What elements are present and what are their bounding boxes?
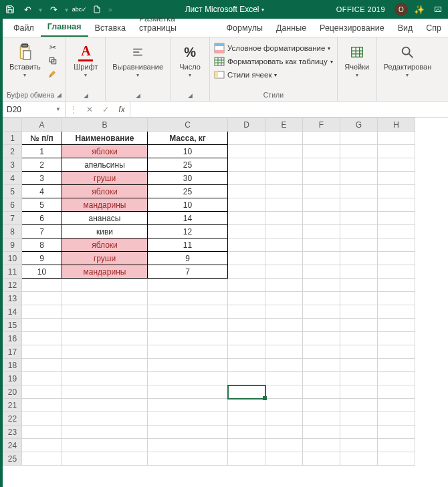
- row-header-11[interactable]: 11: [3, 265, 22, 279]
- cell-G19[interactable]: [340, 372, 378, 385]
- cell-E20[interactable]: [265, 385, 303, 399]
- cell-E4[interactable]: [265, 172, 303, 185]
- cell-B1[interactable]: Наименование: [62, 132, 148, 145]
- cell-D4[interactable]: [228, 172, 265, 185]
- cell-A9[interactable]: 8: [22, 238, 62, 252]
- cell-B24[interactable]: [62, 439, 148, 452]
- cell-F12[interactable]: [303, 279, 340, 292]
- cell-A5[interactable]: 4: [22, 185, 62, 198]
- qat-more-icon[interactable]: »: [107, 6, 114, 13]
- font-button[interactable]: A Шрифт ▾: [70, 41, 101, 79]
- cell-F20[interactable]: [303, 385, 340, 399]
- number-button[interactable]: % Число ▾: [175, 41, 205, 79]
- cell-B5[interactable]: яблоки: [62, 185, 148, 198]
- cell-H24[interactable]: [378, 439, 415, 452]
- column-header-G[interactable]: G: [340, 118, 378, 132]
- cell-G2[interactable]: [340, 145, 378, 158]
- cell-G20[interactable]: [340, 385, 378, 399]
- row-header-21[interactable]: 21: [3, 399, 22, 412]
- cell-D8[interactable]: [228, 225, 265, 238]
- cell-H10[interactable]: [378, 252, 415, 265]
- cell-B15[interactable]: [62, 319, 148, 332]
- column-header-C[interactable]: C: [148, 118, 228, 132]
- cell-F8[interactable]: [303, 225, 340, 238]
- cell-D19[interactable]: [228, 372, 265, 385]
- column-header-H[interactable]: H: [378, 118, 415, 132]
- spellcheck-icon[interactable]: abc✓: [72, 2, 87, 17]
- cell-D20[interactable]: [228, 385, 265, 399]
- cell-F6[interactable]: [303, 198, 340, 212]
- cells-button[interactable]: Ячейки ▾: [342, 41, 372, 79]
- cell-G3[interactable]: [340, 158, 378, 172]
- row-header-22[interactable]: 22: [3, 412, 22, 426]
- row-header-17[interactable]: 17: [3, 345, 22, 359]
- cell-C12[interactable]: [148, 279, 228, 292]
- redo-icon[interactable]: ↷: [46, 2, 61, 17]
- cell-F5[interactable]: [303, 185, 340, 198]
- cell-A21[interactable]: [22, 399, 62, 412]
- tab-formulas[interactable]: Формулы: [220, 19, 269, 37]
- cell-B10[interactable]: груши: [62, 252, 148, 265]
- cell-G24[interactable]: [340, 439, 378, 452]
- cell-D13[interactable]: [228, 292, 265, 305]
- tab-help[interactable]: Спр: [419, 19, 448, 37]
- cell-D2[interactable]: [228, 145, 265, 158]
- cell-C8[interactable]: 12: [148, 225, 228, 238]
- cell-G8[interactable]: [340, 225, 378, 238]
- cell-E24[interactable]: [265, 439, 303, 452]
- cell-C4[interactable]: 30: [148, 172, 228, 185]
- cell-B11[interactable]: мандарины: [62, 265, 148, 279]
- cell-E10[interactable]: [265, 252, 303, 265]
- cell-F14[interactable]: [303, 305, 340, 319]
- cell-H7[interactable]: [378, 212, 415, 225]
- tab-file[interactable]: Файл: [7, 19, 41, 37]
- row-header-6[interactable]: 6: [3, 198, 22, 212]
- cell-H3[interactable]: [378, 158, 415, 172]
- cell-E11[interactable]: [265, 265, 303, 279]
- cell-G1[interactable]: [340, 132, 378, 145]
- cell-F1[interactable]: [303, 132, 340, 145]
- row-header-20[interactable]: 20: [3, 385, 22, 399]
- launcher-icon[interactable]: ◢: [57, 92, 62, 98]
- cell-G16[interactable]: [340, 332, 378, 345]
- cell-D14[interactable]: [228, 305, 265, 319]
- row-header-8[interactable]: 8: [3, 225, 22, 238]
- cell-A16[interactable]: [22, 332, 62, 345]
- cell-F10[interactable]: [303, 252, 340, 265]
- name-box[interactable]: D20 ▼: [3, 102, 66, 117]
- save-icon[interactable]: [3, 2, 17, 17]
- row-header-16[interactable]: 16: [3, 332, 22, 345]
- copy-icon[interactable]: [46, 55, 60, 67]
- cell-A23[interactable]: [22, 426, 62, 439]
- cell-A14[interactable]: [22, 305, 62, 319]
- cell-F22[interactable]: [303, 412, 340, 426]
- cell-D23[interactable]: [228, 426, 265, 439]
- cancel-icon[interactable]: ✕: [82, 105, 98, 114]
- tab-home[interactable]: Главная: [41, 18, 88, 37]
- cell-B14[interactable]: [62, 305, 148, 319]
- cell-H25[interactable]: [378, 452, 415, 466]
- cell-E13[interactable]: [265, 292, 303, 305]
- cell-D6[interactable]: [228, 198, 265, 212]
- row-header-23[interactable]: 23: [3, 426, 22, 439]
- cell-C7[interactable]: 14: [148, 212, 228, 225]
- row-header-10[interactable]: 10: [3, 252, 22, 265]
- row-header-3[interactable]: 3: [3, 158, 22, 172]
- tab-review[interactable]: Рецензирование: [313, 19, 391, 37]
- cell-C23[interactable]: [148, 426, 228, 439]
- cell-F19[interactable]: [303, 372, 340, 385]
- column-header-A[interactable]: A: [22, 118, 62, 132]
- cell-H22[interactable]: [378, 412, 415, 426]
- new-file-icon[interactable]: [90, 2, 104, 17]
- cell-B8[interactable]: киви: [62, 225, 148, 238]
- cell-D21[interactable]: [228, 399, 265, 412]
- tab-insert[interactable]: Вставка: [88, 19, 132, 37]
- cell-E14[interactable]: [265, 305, 303, 319]
- launcher-icon[interactable]: ◢: [136, 92, 140, 99]
- row-header-1[interactable]: 1: [3, 132, 22, 145]
- cell-A19[interactable]: [22, 372, 62, 385]
- cell-E18[interactable]: [265, 359, 303, 372]
- cell-A10[interactable]: 9: [22, 252, 62, 265]
- cell-G25[interactable]: [340, 452, 378, 466]
- cell-D5[interactable]: [228, 185, 265, 198]
